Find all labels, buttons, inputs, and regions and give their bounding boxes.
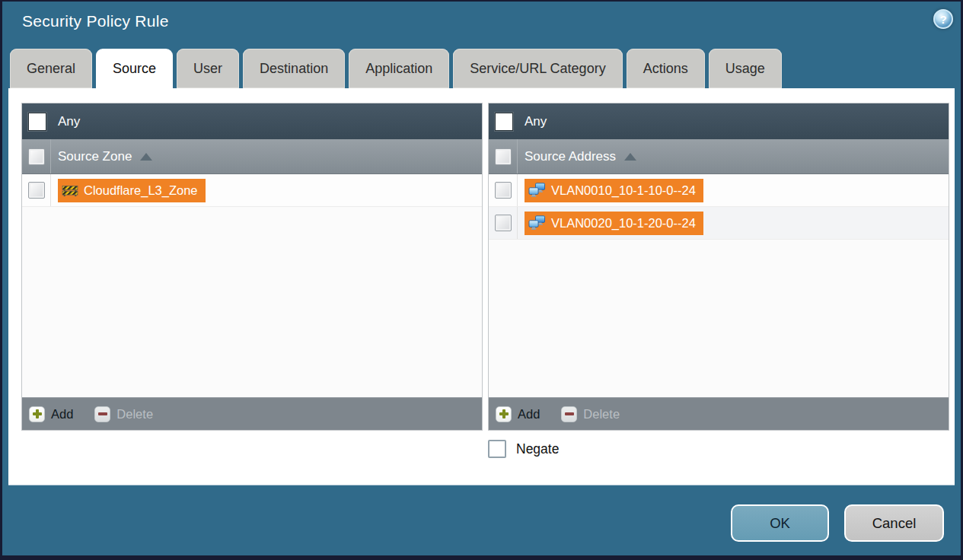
source-zone-any-header: Any: [22, 103, 482, 139]
source-zone-column-header[interactable]: Source Zone: [22, 139, 482, 174]
tab-service-url-category[interactable]: Service/URL Category: [453, 49, 622, 88]
source-address-any-label: Any: [525, 114, 547, 129]
sort-ascending-icon: [140, 153, 152, 161]
source-address-select-all-checkbox[interactable]: [495, 148, 512, 165]
add-label: Add: [518, 407, 540, 422]
row-checkbox-cell: [489, 207, 518, 239]
row-checkbox[interactable]: [495, 215, 512, 231]
source-zone-select-all-checkbox[interactable]: [28, 148, 45, 165]
source-zone-list: Cloudflare_L3_Zone: [22, 174, 482, 397]
address-label: VLAN0010_10-1-10-0--24: [551, 183, 696, 198]
source-address-list: VLAN0010_10-1-10-0--24: [489, 174, 949, 397]
add-button[interactable]: Add: [29, 406, 73, 422]
plus-icon: [29, 406, 45, 422]
source-address-any-checkbox[interactable]: [495, 113, 513, 131]
row-checkbox[interactable]: [28, 182, 45, 199]
table-row[interactable]: Cloudflare_L3_Zone: [22, 174, 482, 207]
plus-icon: [496, 406, 512, 422]
source-address-any-header: Any: [489, 103, 949, 139]
security-policy-rule-dialog: { "dialog": { "title": "Security Policy …: [0, 0, 963, 560]
cancel-button[interactable]: Cancel: [844, 504, 944, 542]
source-address-column-label: Source Address: [525, 149, 616, 164]
source-zone-any-checkbox[interactable]: [28, 113, 46, 131]
delete-label: Delete: [583, 407, 620, 422]
source-address-chip[interactable]: VLAN0010_10-1-10-0--24: [525, 179, 703, 202]
source-zone-chip[interactable]: Cloudflare_L3_Zone: [58, 179, 206, 202]
tab-usage[interactable]: Usage: [709, 49, 782, 88]
page-title: Security Policy Rule: [22, 12, 169, 30]
negate-row: Negate: [488, 440, 559, 458]
source-address-select-all-cell: [489, 139, 518, 173]
negate-label: Negate: [516, 441, 559, 457]
delete-button[interactable]: Delete: [94, 406, 153, 422]
tab-general[interactable]: General: [10, 49, 92, 88]
source-address-column-header[interactable]: Source Address: [489, 139, 949, 174]
row-checkbox-cell: [489, 174, 518, 206]
row-checkbox[interactable]: [495, 182, 512, 199]
source-zone-panel: Any Source Zone: [21, 103, 483, 431]
tab-source[interactable]: Source: [96, 49, 173, 88]
address-icon: [528, 215, 546, 231]
delete-button[interactable]: Delete: [561, 406, 620, 422]
add-button[interactable]: Add: [496, 406, 540, 422]
source-address-toolbar: Add Delete: [489, 397, 949, 430]
sort-ascending-icon: [624, 153, 636, 161]
zone-icon: [62, 184, 78, 197]
help-icon[interactable]: ?: [933, 9, 953, 29]
source-zone-column-label: Source Zone: [58, 149, 132, 164]
table-row[interactable]: VLAN0010_10-1-10-0--24: [489, 174, 949, 207]
row-checkbox-cell: [22, 174, 51, 206]
source-address-panel: Any Source Address: [488, 103, 949, 431]
tab-bar: General Source User Destination Applicat…: [10, 49, 782, 88]
source-tab-content: Any Source Zone: [8, 88, 955, 485]
delete-label: Delete: [116, 407, 153, 422]
source-zone-toolbar: Add Delete: [22, 397, 482, 430]
zone-label: Cloudflare_L3_Zone: [84, 183, 198, 198]
minus-icon: [94, 406, 110, 422]
source-zone-any-label: Any: [58, 114, 80, 129]
tab-application[interactable]: Application: [349, 49, 449, 88]
address-icon: [528, 183, 546, 198]
tab-destination[interactable]: Destination: [243, 49, 345, 88]
negate-checkbox[interactable]: [488, 440, 506, 458]
minus-icon: [561, 406, 577, 422]
source-zone-select-all-cell: [22, 139, 51, 173]
address-label: VLAN0020_10-1-20-0--24: [551, 216, 696, 231]
add-label: Add: [51, 407, 73, 422]
tab-actions[interactable]: Actions: [627, 49, 705, 88]
ok-button[interactable]: OK: [731, 504, 829, 542]
tab-user[interactable]: User: [177, 49, 239, 88]
table-row[interactable]: VLAN0020_10-1-20-0--24: [489, 207, 949, 240]
dialog-footer: OK Cancel: [731, 504, 944, 542]
source-address-chip[interactable]: VLAN0020_10-1-20-0--24: [525, 212, 703, 235]
